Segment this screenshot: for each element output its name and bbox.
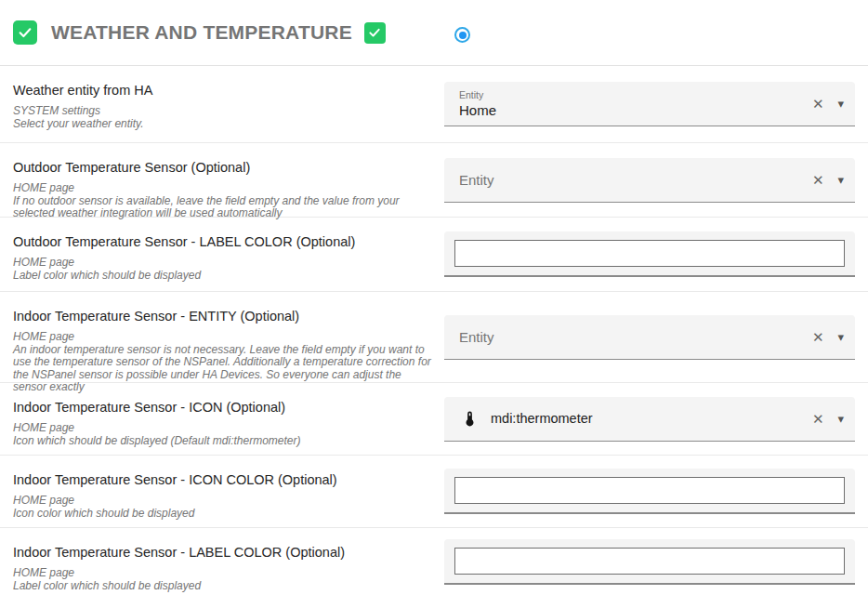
settings-page: WEATHER AND TEMPERATURE Weather entity f… bbox=[0, 0, 868, 595]
setting-row-indoor-icon-color: Indoor Temperature Sensor - ICON COLOR (… bbox=[0, 456, 868, 528]
clear-icon[interactable]: ✕ bbox=[812, 330, 824, 344]
setting-description: Icon color which should be displayed bbox=[13, 508, 435, 521]
indoor-sensor-entity-select[interactable]: Entity ✕ ▾ bbox=[444, 315, 855, 360]
setting-title: Weather entity from HA bbox=[13, 82, 435, 99]
setting-title: Outdoor Temperature Sensor - LABEL COLOR… bbox=[13, 233, 435, 250]
setting-row-weather-entity: Weather entity from HA SYSTEM settings S… bbox=[0, 66, 868, 143]
section-title: WEATHER AND TEMPERATURE bbox=[51, 21, 352, 44]
chevron-down-icon[interactable]: ▾ bbox=[837, 98, 844, 110]
clear-icon[interactable]: ✕ bbox=[812, 412, 824, 426]
weather-entity-select[interactable]: Entity Home ✕ ▾ bbox=[444, 82, 855, 126]
setting-row-outdoor-sensor: Outdoor Temperature Sensor (Optional) HO… bbox=[0, 143, 868, 218]
setting-description: Select your weather entity. bbox=[13, 118, 435, 131]
setting-description: Label color which should be displayed bbox=[13, 580, 435, 593]
setting-description: Label color which should be displayed bbox=[13, 270, 435, 283]
setting-description: If no outdoor sensor is available, leave… bbox=[13, 195, 435, 220]
setting-title: Indoor Temperature Sensor - ENTITY (Opti… bbox=[13, 308, 435, 324]
section-checkbox-right[interactable] bbox=[364, 22, 386, 44]
select-placeholder: Entity bbox=[459, 172, 812, 188]
setting-scope: HOME page bbox=[13, 331, 435, 344]
setting-row-indoor-icon: Indoor Temperature Sensor - ICON (Option… bbox=[0, 383, 868, 456]
select-placeholder: Entity bbox=[459, 329, 812, 345]
setting-scope: HOME page bbox=[13, 182, 435, 195]
radio-dot-icon bbox=[459, 32, 467, 39]
select-floating-label: Entity bbox=[459, 90, 812, 100]
setting-title: Indoor Temperature Sensor - LABEL COLOR … bbox=[13, 544, 435, 561]
indoor-icon-color-field bbox=[444, 469, 855, 514]
outdoor-label-color-field bbox=[444, 231, 855, 277]
select-value: Home bbox=[459, 103, 812, 118]
setting-scope: HOME page bbox=[13, 495, 435, 508]
chevron-down-icon[interactable]: ▾ bbox=[837, 174, 844, 186]
setting-title: Outdoor Temperature Sensor (Optional) bbox=[13, 159, 435, 176]
check-icon bbox=[368, 26, 381, 39]
thermometer-icon bbox=[461, 410, 479, 428]
setting-description: Icon which should be displayed (Default … bbox=[13, 435, 435, 448]
section-header: WEATHER AND TEMPERATURE bbox=[0, 0, 868, 66]
setting-row-outdoor-label-color: Outdoor Temperature Sensor - LABEL COLOR… bbox=[0, 218, 868, 292]
setting-row-indoor-label-color: Indoor Temperature Sensor - LABEL COLOR … bbox=[0, 528, 868, 595]
setting-scope: HOME page bbox=[13, 567, 435, 580]
clear-icon[interactable]: ✕ bbox=[812, 173, 824, 187]
indoor-icon-select[interactable]: mdi:thermometer ✕ ▾ bbox=[444, 397, 855, 442]
setting-scope: SYSTEM settings bbox=[13, 105, 435, 118]
select-value: mdi:thermometer bbox=[491, 411, 812, 426]
indoor-label-color-field bbox=[444, 539, 855, 585]
section-checkbox-left[interactable] bbox=[13, 20, 37, 45]
setting-scope: HOME page bbox=[13, 257, 435, 270]
setting-scope: HOME page bbox=[13, 422, 435, 435]
setting-title: Indoor Temperature Sensor - ICON (Option… bbox=[13, 399, 435, 416]
outdoor-label-color-input[interactable] bbox=[454, 240, 845, 267]
setting-row-indoor-entity: Indoor Temperature Sensor - ENTITY (Opti… bbox=[0, 292, 868, 383]
setting-title: Indoor Temperature Sensor - ICON COLOR (… bbox=[13, 471, 435, 488]
chevron-down-icon[interactable]: ▾ bbox=[837, 331, 844, 343]
section-radio-button[interactable] bbox=[454, 27, 470, 43]
indoor-icon-color-input[interactable] bbox=[454, 477, 845, 504]
chevron-down-icon[interactable]: ▾ bbox=[837, 413, 844, 425]
indoor-label-color-input[interactable] bbox=[454, 548, 845, 575]
clear-icon[interactable]: ✕ bbox=[812, 97, 824, 111]
outdoor-sensor-entity-select[interactable]: Entity ✕ ▾ bbox=[444, 158, 855, 203]
check-icon bbox=[18, 25, 33, 40]
